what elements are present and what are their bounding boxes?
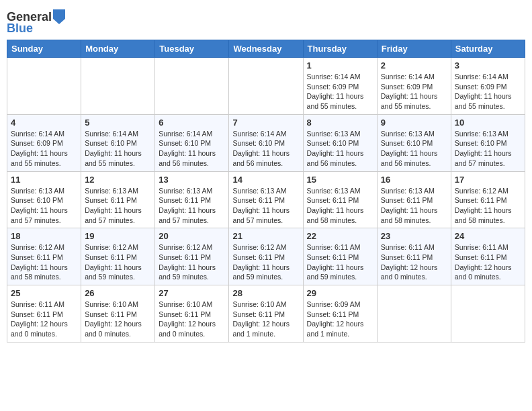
calendar-cell: 18Sunrise: 6:12 AM Sunset: 6:11 PM Dayli… — [7, 228, 81, 285]
day-info: Sunrise: 6:13 AM Sunset: 6:11 PM Dayligh… — [85, 186, 151, 226]
weekday-header-monday: Monday — [81, 40, 155, 58]
day-info: Sunrise: 6:12 AM Sunset: 6:11 PM Dayligh… — [232, 242, 299, 282]
day-info: Sunrise: 6:10 AM Sunset: 6:11 PM Dayligh… — [232, 300, 299, 339]
week-row-2: 4Sunrise: 6:14 AM Sunset: 6:09 PM Daylig… — [7, 114, 525, 171]
calendar-cell: 4Sunrise: 6:14 AM Sunset: 6:09 PM Daylig… — [7, 114, 81, 171]
day-info: Sunrise: 6:11 AM Sunset: 6:11 PM Dayligh… — [307, 242, 373, 282]
day-number: 22 — [307, 231, 373, 241]
day-info: Sunrise: 6:14 AM Sunset: 6:10 PM Dayligh… — [159, 129, 225, 169]
calendar-cell: 10Sunrise: 6:13 AM Sunset: 6:10 PM Dayli… — [451, 114, 525, 171]
day-number: 27 — [159, 288, 225, 298]
day-number: 23 — [381, 231, 447, 241]
calendar-cell: 3Sunrise: 6:14 AM Sunset: 6:09 PM Daylig… — [451, 58, 525, 115]
calendar-cell: 20Sunrise: 6:12 AM Sunset: 6:11 PM Dayli… — [155, 228, 229, 285]
day-info: Sunrise: 6:13 AM Sunset: 6:10 PM Dayligh… — [307, 129, 373, 169]
week-row-1: 1Sunrise: 6:14 AM Sunset: 6:09 PM Daylig… — [7, 58, 525, 115]
calendar-cell — [81, 58, 155, 115]
calendar-table: SundayMondayTuesdayWednesdayThursdayFrid… — [7, 40, 525, 342]
day-number: 5 — [85, 118, 151, 128]
day-info: Sunrise: 6:14 AM Sunset: 6:10 PM Dayligh… — [232, 129, 299, 169]
day-info: Sunrise: 6:12 AM Sunset: 6:11 PM Dayligh… — [11, 242, 77, 282]
calendar-cell: 6Sunrise: 6:14 AM Sunset: 6:10 PM Daylig… — [155, 114, 229, 171]
day-number: 6 — [159, 118, 225, 128]
week-row-4: 18Sunrise: 6:12 AM Sunset: 6:11 PM Dayli… — [7, 228, 525, 285]
logo-icon — [53, 9, 65, 24]
day-number: 25 — [11, 288, 77, 298]
logo-blue-text: Blue — [7, 21, 33, 36]
week-row-5: 25Sunrise: 6:11 AM Sunset: 6:11 PM Dayli… — [7, 285, 525, 342]
day-number: 24 — [455, 231, 521, 241]
day-number: 1 — [307, 60, 373, 71]
calendar-cell: 15Sunrise: 6:13 AM Sunset: 6:11 PM Dayli… — [303, 171, 377, 228]
week-row-3: 11Sunrise: 6:13 AM Sunset: 6:10 PM Dayli… — [7, 171, 525, 228]
calendar-cell: 24Sunrise: 6:11 AM Sunset: 6:11 PM Dayli… — [451, 228, 525, 285]
calendar-cell — [451, 285, 525, 342]
calendar-cell — [155, 58, 229, 115]
calendar-cell: 9Sunrise: 6:13 AM Sunset: 6:10 PM Daylig… — [377, 114, 451, 171]
calendar-cell: 19Sunrise: 6:12 AM Sunset: 6:11 PM Dayli… — [81, 228, 155, 285]
calendar-cell: 8Sunrise: 6:13 AM Sunset: 6:10 PM Daylig… — [303, 114, 377, 171]
day-info: Sunrise: 6:14 AM Sunset: 6:10 PM Dayligh… — [85, 129, 151, 169]
weekday-header-thursday: Thursday — [303, 40, 377, 58]
day-number: 11 — [11, 175, 77, 185]
day-info: Sunrise: 6:14 AM Sunset: 6:09 PM Dayligh… — [381, 72, 447, 111]
day-info: Sunrise: 6:10 AM Sunset: 6:11 PM Dayligh… — [85, 300, 151, 339]
day-number: 14 — [232, 175, 299, 185]
calendar-cell — [229, 58, 303, 115]
day-info: Sunrise: 6:10 AM Sunset: 6:11 PM Dayligh… — [159, 300, 225, 339]
calendar-cell: 12Sunrise: 6:13 AM Sunset: 6:11 PM Dayli… — [81, 171, 155, 228]
day-number: 20 — [159, 231, 225, 241]
day-info: Sunrise: 6:09 AM Sunset: 6:11 PM Dayligh… — [307, 300, 373, 339]
day-info: Sunrise: 6:14 AM Sunset: 6:09 PM Dayligh… — [455, 72, 521, 111]
svg-marker-0 — [53, 9, 65, 24]
calendar-cell: 26Sunrise: 6:10 AM Sunset: 6:11 PM Dayli… — [81, 285, 155, 342]
day-info: Sunrise: 6:11 AM Sunset: 6:11 PM Dayligh… — [455, 242, 521, 282]
day-number: 26 — [85, 288, 151, 298]
calendar-cell: 22Sunrise: 6:11 AM Sunset: 6:11 PM Dayli… — [303, 228, 377, 285]
day-number: 28 — [232, 288, 299, 298]
day-number: 29 — [307, 288, 373, 298]
day-info: Sunrise: 6:12 AM Sunset: 6:11 PM Dayligh… — [85, 242, 151, 282]
day-number: 4 — [11, 118, 77, 128]
day-info: Sunrise: 6:13 AM Sunset: 6:11 PM Dayligh… — [307, 186, 373, 226]
day-info: Sunrise: 6:13 AM Sunset: 6:11 PM Dayligh… — [381, 186, 447, 226]
calendar-cell: 14Sunrise: 6:13 AM Sunset: 6:11 PM Dayli… — [229, 171, 303, 228]
calendar-cell: 21Sunrise: 6:12 AM Sunset: 6:11 PM Dayli… — [229, 228, 303, 285]
weekday-header-saturday: Saturday — [451, 40, 525, 58]
calendar-cell: 28Sunrise: 6:10 AM Sunset: 6:11 PM Dayli… — [229, 285, 303, 342]
day-info: Sunrise: 6:13 AM Sunset: 6:10 PM Dayligh… — [381, 129, 447, 169]
day-info: Sunrise: 6:11 AM Sunset: 6:11 PM Dayligh… — [11, 300, 77, 339]
calendar-cell: 13Sunrise: 6:13 AM Sunset: 6:11 PM Dayli… — [155, 171, 229, 228]
logo: General Blue — [7, 9, 65, 36]
weekday-header-row: SundayMondayTuesdayWednesdayThursdayFrid… — [7, 40, 525, 58]
day-number: 10 — [455, 118, 521, 128]
day-number: 9 — [381, 118, 447, 128]
day-number: 7 — [232, 118, 299, 128]
weekday-header-wednesday: Wednesday — [229, 40, 303, 58]
day-number: 19 — [85, 231, 151, 241]
day-info: Sunrise: 6:14 AM Sunset: 6:09 PM Dayligh… — [11, 129, 77, 169]
weekday-header-tuesday: Tuesday — [155, 40, 229, 58]
calendar-cell: 11Sunrise: 6:13 AM Sunset: 6:10 PM Dayli… — [7, 171, 81, 228]
day-info: Sunrise: 6:13 AM Sunset: 6:10 PM Dayligh… — [455, 129, 521, 169]
day-number: 15 — [307, 175, 373, 185]
day-number: 2 — [381, 60, 447, 71]
day-number: 21 — [232, 231, 299, 241]
header: General Blue — [7, 7, 525, 36]
day-number: 17 — [455, 175, 521, 185]
day-number: 18 — [11, 231, 77, 241]
day-number: 8 — [307, 118, 373, 128]
day-number: 12 — [85, 175, 151, 185]
calendar-cell: 16Sunrise: 6:13 AM Sunset: 6:11 PM Dayli… — [377, 171, 451, 228]
calendar-cell: 1Sunrise: 6:14 AM Sunset: 6:09 PM Daylig… — [303, 58, 377, 115]
calendar-cell: 2Sunrise: 6:14 AM Sunset: 6:09 PM Daylig… — [377, 58, 451, 115]
calendar-cell: 17Sunrise: 6:12 AM Sunset: 6:11 PM Dayli… — [451, 171, 525, 228]
weekday-header-friday: Friday — [377, 40, 451, 58]
calendar-cell: 5Sunrise: 6:14 AM Sunset: 6:10 PM Daylig… — [81, 114, 155, 171]
day-info: Sunrise: 6:13 AM Sunset: 6:10 PM Dayligh… — [11, 186, 77, 226]
day-number: 3 — [455, 60, 521, 71]
calendar-cell: 7Sunrise: 6:14 AM Sunset: 6:10 PM Daylig… — [229, 114, 303, 171]
calendar-cell: 27Sunrise: 6:10 AM Sunset: 6:11 PM Dayli… — [155, 285, 229, 342]
day-number: 16 — [381, 175, 447, 185]
calendar-cell: 29Sunrise: 6:09 AM Sunset: 6:11 PM Dayli… — [303, 285, 377, 342]
